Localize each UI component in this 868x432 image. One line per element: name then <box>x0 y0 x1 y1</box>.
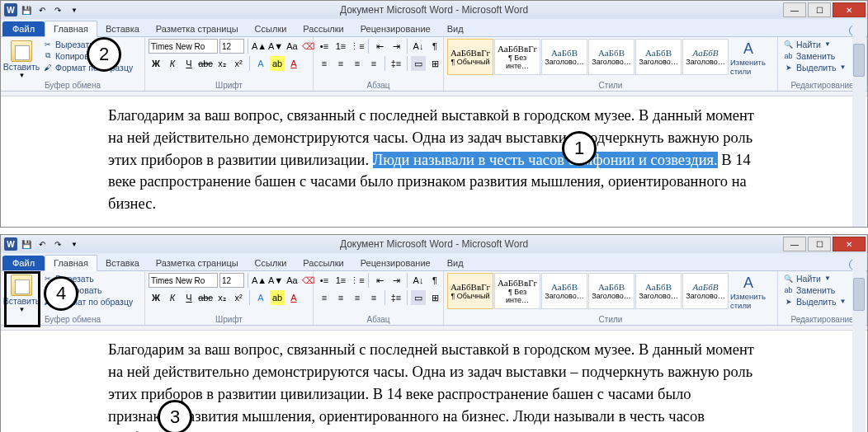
align-left-icon[interactable]: ≡ <box>317 290 332 305</box>
indent-icon[interactable]: ⇥ <box>389 39 403 54</box>
minimize-button[interactable]: — <box>783 237 806 251</box>
tab-home[interactable]: Главная <box>45 255 97 271</box>
tab-view[interactable]: Вид <box>439 256 472 270</box>
close-button[interactable]: ✕ <box>833 2 866 17</box>
tab-references[interactable]: Ссылки <box>247 21 295 36</box>
style-nospacing[interactable]: АаБбВвГг¶ Без инте… <box>494 273 540 309</box>
shading-icon[interactable]: ▭ <box>411 56 426 71</box>
sort-icon[interactable]: A↓ <box>411 39 426 54</box>
font-color-icon[interactable]: A <box>286 56 301 71</box>
underline-button[interactable]: Ч <box>182 56 196 71</box>
scroll-thumb[interactable] <box>853 44 865 77</box>
outdent-icon[interactable]: ⇤ <box>372 39 387 54</box>
paste-dropdown-icon[interactable]: ▼ <box>19 72 26 79</box>
font-name-combo[interactable]: Times New Ro <box>149 39 218 54</box>
style-h4[interactable]: АаБбВЗаголово… <box>682 273 729 309</box>
italic-button[interactable]: К <box>165 56 180 71</box>
borders-icon[interactable]: ⊞ <box>427 56 442 71</box>
tab-review[interactable]: Рецензирование <box>352 21 439 36</box>
change-case-icon[interactable]: Aa <box>285 39 300 54</box>
highlight-icon[interactable]: ab <box>270 56 285 71</box>
borders-icon[interactable]: ⊞ <box>427 290 442 305</box>
style-h2[interactable]: АаБбВЗаголово… <box>588 273 634 309</box>
numbering-icon[interactable]: 1≡ <box>333 39 348 54</box>
save-icon[interactable]: 💾 <box>20 237 33 251</box>
subscript-button[interactable]: x₂ <box>215 56 229 71</box>
style-h3[interactable]: АаБбВЗаголово… <box>635 273 682 309</box>
style-normal[interactable]: АаБбВвГг¶ Обычный <box>447 273 493 309</box>
style-h1[interactable]: АаБбВЗаголово… <box>541 39 587 75</box>
bullets-icon[interactable]: •≡ <box>317 39 332 54</box>
tab-pagelayout[interactable]: Разметка страницы <box>148 256 247 270</box>
replace-button[interactable]: abЗаменить <box>781 50 847 61</box>
document-area-1[interactable]: Благодарим за ваш вопрос, связанный с по… <box>1 96 867 227</box>
underline-button[interactable]: Ч <box>182 290 196 305</box>
strike-button[interactable]: abc <box>198 290 213 305</box>
close-button[interactable]: ✕ <box>833 237 866 251</box>
select-button[interactable]: ➤Выделить▼ <box>781 62 847 73</box>
maximize-button[interactable]: ☐ <box>808 237 831 251</box>
replace-button[interactable]: abЗаменить <box>781 284 847 295</box>
select-button[interactable]: ➤Выделить▼ <box>781 296 847 307</box>
find-button[interactable]: 🔍Найти▼ <box>781 39 847 49</box>
vertical-scrollbar[interactable] <box>852 19 866 227</box>
italic-button[interactable]: К <box>165 290 180 305</box>
tab-home[interactable]: Главная <box>45 21 97 37</box>
change-case-icon[interactable]: Aa <box>285 273 300 288</box>
align-center-icon[interactable]: ≡ <box>333 56 348 71</box>
redo-icon[interactable]: ↷ <box>51 3 64 16</box>
align-center-icon[interactable]: ≡ <box>333 290 348 305</box>
tab-file[interactable]: Файл <box>2 256 45 270</box>
change-styles-button[interactable]: A Изменить стили <box>730 273 767 310</box>
tab-references[interactable]: Ссылки <box>247 256 295 270</box>
strike-button[interactable]: abc <box>198 56 213 71</box>
justify-icon[interactable]: ≡ <box>366 56 381 71</box>
multilevel-icon[interactable]: ⋮≡ <box>350 39 365 54</box>
bullets-icon[interactable]: •≡ <box>317 273 332 288</box>
subscript-button[interactable]: x₂ <box>215 290 229 305</box>
bold-button[interactable]: Ж <box>149 56 163 71</box>
scroll-thumb[interactable] <box>853 278 865 311</box>
redo-icon[interactable]: ↷ <box>51 237 64 251</box>
save-icon[interactable]: 💾 <box>20 3 33 16</box>
qat-dropdown-icon[interactable]: ▼ <box>68 3 81 16</box>
maximize-button[interactable]: ☐ <box>808 2 831 17</box>
style-nospacing[interactable]: АаБбВвГг¶ Без инте… <box>494 39 540 75</box>
outdent-icon[interactable]: ⇤ <box>372 273 387 288</box>
indent-icon[interactable]: ⇥ <box>389 273 403 288</box>
shrink-font-icon[interactable]: A▼ <box>268 39 283 54</box>
undo-icon[interactable]: ↶ <box>35 3 49 16</box>
format-painter-button[interactable]: 🖌Формат по образцу <box>40 62 134 73</box>
tab-view[interactable]: Вид <box>439 21 472 36</box>
justify-icon[interactable]: ≡ <box>366 290 381 305</box>
qat-dropdown-icon[interactable]: ▼ <box>68 237 81 251</box>
style-h2[interactable]: АаБбВЗаголово… <box>588 39 634 75</box>
change-styles-button[interactable]: A Изменить стили <box>730 39 767 76</box>
style-h4[interactable]: АаБбВЗаголово… <box>682 39 729 75</box>
superscript-button[interactable]: x² <box>231 56 246 71</box>
pilcrow-icon[interactable]: ¶ <box>427 273 442 288</box>
sort-icon[interactable]: A↓ <box>411 273 426 288</box>
shading-icon[interactable]: ▭ <box>411 290 426 305</box>
style-h1[interactable]: АаБбВЗаголово… <box>541 273 587 309</box>
font-size-combo[interactable]: 12 <box>219 39 244 54</box>
grow-font-icon[interactable]: A▲ <box>252 273 267 288</box>
bold-button[interactable]: Ж <box>149 290 163 305</box>
find-button[interactable]: 🔍Найти▼ <box>781 273 847 284</box>
tab-mailings[interactable]: Рассылки <box>295 21 351 36</box>
align-right-icon[interactable]: ≡ <box>350 290 365 305</box>
font-size-combo[interactable]: 12 <box>219 273 244 288</box>
line-spacing-icon[interactable]: ‡≡ <box>389 56 403 71</box>
tab-review[interactable]: Рецензирование <box>352 256 439 270</box>
style-normal[interactable]: АаБбВвГг¶ Обычный <box>447 39 493 75</box>
tab-mailings[interactable]: Рассылки <box>295 256 351 270</box>
text-effects-icon[interactable]: A <box>253 290 268 305</box>
align-left-icon[interactable]: ≡ <box>317 56 332 71</box>
align-right-icon[interactable]: ≡ <box>350 56 365 71</box>
style-h3[interactable]: АаБбВЗаголово… <box>635 39 682 75</box>
font-color-icon[interactable]: A <box>286 290 301 305</box>
document-area-2[interactable]: Благодарим за ваш вопрос, связанный с по… <box>1 331 867 432</box>
vertical-scrollbar[interactable] <box>852 253 866 432</box>
shrink-font-icon[interactable]: A▼ <box>268 273 283 288</box>
pilcrow-icon[interactable]: ¶ <box>427 39 442 54</box>
